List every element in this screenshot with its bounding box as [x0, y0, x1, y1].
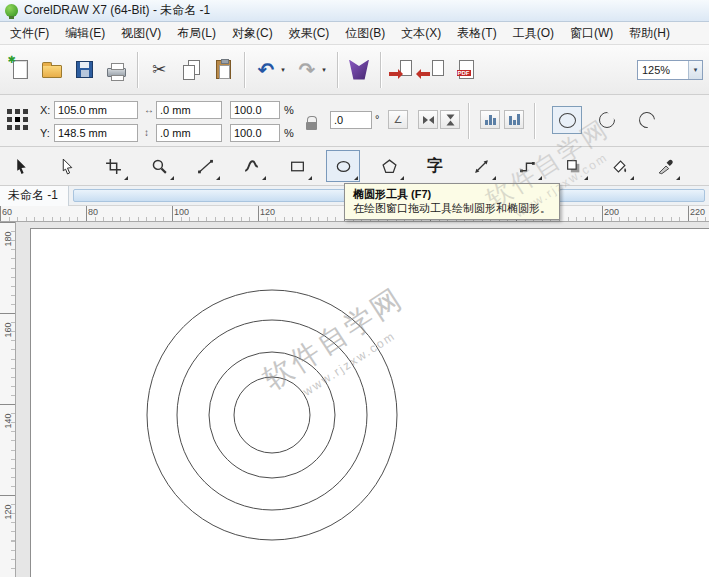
menu-help[interactable]: 帮助(H) [621, 22, 678, 45]
mirror-vertical-button[interactable] [440, 110, 460, 129]
x-position-label: X: [40, 104, 50, 116]
tool-drop-shadow[interactable] [556, 150, 590, 182]
object-height-icon: ↕ [144, 127, 149, 138]
menu-layout[interactable]: 布局(L) [169, 22, 224, 45]
menu-text[interactable]: 文本(X) [393, 22, 449, 45]
tooltip-title: 椭圆形工具 (F7) [353, 187, 551, 201]
copy-icon [182, 60, 200, 79]
tooltip-body: 在绘图窗口拖动工具绘制圆形和椭圆形。 [353, 201, 551, 215]
tool-polygon[interactable] [372, 150, 406, 182]
redo-button[interactable]: ↷ [291, 51, 323, 89]
y-position-input[interactable]: 148.5 mm [54, 124, 138, 142]
tool-smart-fill[interactable] [602, 150, 636, 182]
zoom-level-select[interactable]: 125% ▾ [637, 60, 703, 80]
tool-freehand[interactable] [188, 150, 222, 182]
toolbar-separator [337, 52, 338, 88]
menu-bar: 文件(F) 编辑(E) 视图(V) 布局(L) 对象(C) 效果(C) 位图(B… [0, 22, 709, 45]
copy-button[interactable] [175, 51, 207, 89]
scale-y-input[interactable]: 100.0 [230, 124, 280, 142]
menu-table[interactable]: 表格(T) [449, 22, 504, 45]
mirror-vertical-icon [446, 114, 454, 125]
undo-button[interactable]: ↶ [250, 51, 282, 89]
tool-shape[interactable] [50, 150, 84, 182]
ellipse-shape-icon [559, 113, 576, 128]
pdf-icon: PDF [459, 60, 474, 79]
ruler-number: 120 [260, 207, 275, 217]
ruler-number: 60 [2, 207, 12, 217]
lock-icon [306, 122, 317, 130]
drawing-canvas[interactable]: 软件自学网 www.rjzxw.com [16, 222, 709, 577]
application-launcher-button[interactable] [343, 51, 375, 89]
tool-color-eyedropper[interactable] [648, 150, 682, 182]
rotation-angle-input[interactable]: .0 [330, 111, 372, 129]
paint-bucket-icon [611, 158, 628, 175]
paste-button[interactable] [207, 51, 239, 89]
export-icon [422, 60, 446, 80]
x-position-input[interactable]: 105.0 mm [54, 101, 138, 119]
lock-ratio-button[interactable] [300, 108, 322, 134]
menu-view[interactable]: 视图(V) [113, 22, 169, 45]
tool-rectangle[interactable] [280, 150, 314, 182]
connector-icon [519, 158, 536, 175]
toolbar-separator [137, 52, 138, 88]
tool-crop[interactable] [96, 150, 130, 182]
menu-tools[interactable]: 工具(O) [505, 22, 562, 45]
shape-icon [59, 158, 76, 175]
tool-connector[interactable] [510, 150, 544, 182]
tool-text[interactable]: 字 [418, 150, 452, 182]
property-bar: X: 105.0 mm Y: 148.5 mm ↔ .0 mm ↕ .0 mm … [0, 95, 709, 147]
new-document-button[interactable]: ✱ [4, 51, 36, 89]
export-button[interactable] [418, 51, 450, 89]
ruler-number: 220 [690, 207, 705, 217]
rectangle-icon [289, 158, 306, 175]
menu-edit[interactable]: 编辑(E) [57, 22, 113, 45]
document-tab[interactable]: 未命名 -1 [0, 186, 69, 206]
dimension-icon [473, 158, 490, 175]
tool-ellipse[interactable] [326, 150, 360, 182]
ruler-number: 120 [3, 505, 13, 520]
toolbox: 字 [0, 147, 709, 186]
menu-window[interactable]: 窗口(W) [562, 22, 621, 45]
tool-pick[interactable] [4, 150, 38, 182]
launcher-icon [349, 60, 369, 80]
toolbar-separator [380, 52, 381, 88]
circles-svg [16, 222, 709, 577]
menu-object[interactable]: 对象(C) [224, 22, 281, 45]
object-width-input[interactable]: .0 mm [156, 101, 222, 119]
import-button[interactable] [386, 51, 418, 89]
open-button[interactable] [36, 51, 68, 89]
print-button[interactable] [100, 51, 132, 89]
ruler-number: 140 [3, 414, 13, 429]
object-width-icon: ↔ [144, 104, 154, 115]
scale-x-input[interactable]: 100.0 [230, 101, 280, 119]
cut-icon: ✂ [152, 61, 166, 78]
cut-button[interactable]: ✂ [143, 51, 175, 89]
tool-zoom[interactable] [142, 150, 176, 182]
publish-pdf-button[interactable]: PDF [450, 51, 482, 89]
title-bar: CorelDRAW X7 (64-Bit) - 未命名 -1 [0, 0, 709, 22]
object-height-input[interactable]: .0 mm [156, 124, 222, 142]
menu-effects[interactable]: 效果(C) [281, 22, 338, 45]
prop-extra-button-a[interactable] [480, 110, 500, 129]
crop-icon [105, 158, 122, 175]
menu-bitmaps[interactable]: 位图(B) [337, 22, 393, 45]
text-tool-icon: 字 [427, 158, 443, 174]
arc-mode-button[interactable] [632, 106, 662, 134]
eyedropper-icon [657, 158, 674, 175]
ellipse-mode-button[interactable] [552, 106, 582, 134]
tool-dimension[interactable] [464, 150, 498, 182]
save-button[interactable] [68, 51, 100, 89]
prop-extra-button-b[interactable] [504, 110, 524, 129]
open-folder-icon [42, 65, 62, 78]
vertical-ruler[interactable]: 180 160 140 120 [0, 222, 16, 577]
tool-artistic-media[interactable] [234, 150, 268, 182]
pie-mode-button[interactable] [592, 106, 622, 134]
mirror-horizontal-icon [423, 116, 428, 124]
zoom-icon [151, 158, 168, 175]
mirror-horizontal-button[interactable] [418, 110, 438, 129]
menu-file[interactable]: 文件(F) [2, 22, 57, 45]
coreldraw-logo-icon [5, 4, 18, 17]
pick-icon [13, 158, 30, 175]
angle-button[interactable]: ∠ [388, 110, 408, 129]
ruler-number: 100 [174, 207, 189, 217]
